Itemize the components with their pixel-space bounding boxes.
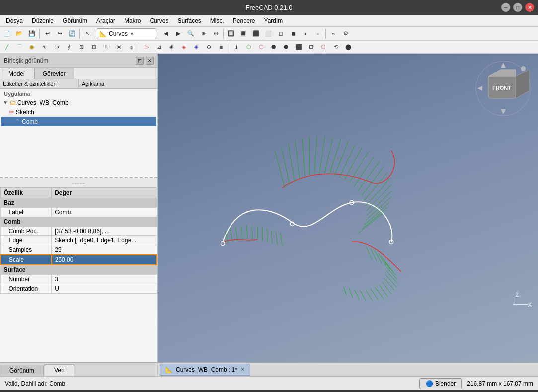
tab-gorunum[interactable]: Görünüm: [0, 365, 44, 376]
curve-tool-26[interactable]: ⬡: [317, 41, 329, 53]
view-btn-1[interactable]: 🔲: [225, 28, 237, 40]
prop-combpoints-row[interactable]: Comb Poi... [37,53 -0,00 8,86], ...: [0, 227, 157, 236]
tree-item-sketch[interactable]: ✏ Sketch: [1, 107, 156, 117]
panel-close-button[interactable]: ✕: [146, 57, 154, 65]
curve-tool-5[interactable]: ⊃: [51, 41, 63, 53]
tb-icon-3[interactable]: 🔍: [185, 28, 197, 40]
menu-makro[interactable]: Makro: [120, 15, 145, 26]
svg-line-49: [379, 285, 388, 297]
settings-button[interactable]: ⚙: [340, 28, 352, 40]
view-btn-5[interactable]: ◻: [275, 28, 287, 40]
curve-tool-8[interactable]: ⊞: [88, 41, 100, 53]
sketch-curve: [223, 202, 392, 242]
refresh-button[interactable]: 🔄: [66, 28, 78, 40]
menu-araclar[interactable]: Araçlar: [92, 15, 119, 26]
curve-tool-22[interactable]: ⬣: [268, 41, 280, 53]
tb-icon-5[interactable]: ⊗: [210, 28, 222, 40]
curve-tool-6[interactable]: ∮: [63, 41, 75, 53]
tb-icon-2[interactable]: ▶: [172, 28, 184, 40]
curve-tool-23[interactable]: ⬢: [280, 41, 292, 53]
curve-tool-17[interactable]: ⊕: [203, 41, 215, 53]
curve-tool-15[interactable]: ◈: [178, 41, 190, 53]
properties-table: Özellik Değer Baz Label Comb Comb: [0, 187, 157, 294]
prop-number-row[interactable]: Number 3: [0, 275, 157, 284]
description-btn[interactable]: Açıklama: [79, 79, 157, 88]
prop-scale-row[interactable]: Scale 250,00: [0, 255, 157, 265]
curve-tool-16[interactable]: ◈: [190, 41, 202, 53]
workbench-dropdown[interactable]: 📐 Curves ▼: [97, 28, 156, 39]
curve-tool-2[interactable]: ⌒: [13, 41, 25, 53]
tab-close-button[interactable]: ✕: [240, 366, 245, 373]
bottom-tabs: Görünüm Veri: [0, 362, 157, 376]
prop-label-row[interactable]: Label Comb: [0, 208, 157, 217]
curve-tool-9[interactable]: ≋: [100, 41, 112, 53]
tab-gorevler[interactable]: Görevler: [34, 68, 74, 79]
menu-gorunum[interactable]: Görünüm: [59, 15, 91, 26]
prop-orientation-row[interactable]: Orientation U: [0, 284, 157, 294]
tree-item-root[interactable]: ▼ 🗂 Curves_WB_Comb: [1, 98, 156, 107]
menu-pencere[interactable]: Pencere: [229, 15, 259, 26]
select-button[interactable]: ↖: [81, 28, 93, 40]
curve-tool-13[interactable]: ⊿: [153, 41, 165, 53]
view-btn-7[interactable]: ▪: [300, 28, 311, 40]
separator-5: [223, 29, 224, 39]
nav-cube[interactable]: FRONT: [473, 59, 533, 118]
close-button[interactable]: ✕: [525, 3, 534, 12]
view-btn-8[interactable]: ▫: [312, 28, 324, 40]
prop-samples-row[interactable]: Samples 25: [0, 245, 157, 255]
curve-tool-24[interactable]: ⬛: [293, 41, 305, 53]
menu-yardim[interactable]: Yardım: [260, 15, 287, 26]
new-button[interactable]: 📄: [1, 28, 13, 40]
curve-tool-25[interactable]: ⊡: [305, 41, 317, 53]
tb-icon-4[interactable]: ⊕: [197, 28, 209, 40]
prop-edge-value: Sketch [Edge0, Edge1, Edge...: [52, 236, 157, 245]
window-controls: ─ □ ✕: [501, 3, 534, 12]
save-button[interactable]: 💾: [26, 28, 38, 40]
more-button[interactable]: »: [327, 28, 339, 40]
view-btn-2[interactable]: 🔳: [237, 28, 249, 40]
undo-button[interactable]: ↩: [41, 28, 53, 40]
curve-tool-1[interactable]: ╱: [1, 41, 13, 53]
menu-surfaces[interactable]: Surfaces: [173, 15, 205, 26]
tb-icon-1[interactable]: ◀: [160, 28, 172, 40]
menu-misc[interactable]: Misc.: [206, 15, 228, 26]
blender-button[interactable]: 🔵 Blender: [419, 378, 462, 389]
minimize-button[interactable]: ─: [501, 3, 510, 12]
tree-item-comb[interactable]: ⌃ Comb: [1, 117, 156, 126]
labels-btn[interactable]: Etiketler & öznitelikleri: [0, 79, 79, 88]
curve-tool-19[interactable]: ℹ: [231, 41, 242, 53]
menu-dosya[interactable]: Dosya: [2, 15, 27, 26]
z-label: Z: [515, 292, 519, 298]
svg-line-10: [334, 142, 348, 176]
curve-tool-21[interactable]: ⬡: [255, 41, 267, 53]
curve-tool-10[interactable]: ⋈: [113, 41, 125, 53]
viewport: Z X FRONT: [158, 54, 538, 376]
prop-samples-value: 25: [52, 245, 157, 255]
tab-veri[interactable]: Veri: [45, 364, 74, 376]
maximize-button[interactable]: □: [513, 3, 522, 12]
curve-tool-12[interactable]: ▷: [141, 41, 153, 53]
view-btn-6[interactable]: ◼: [287, 28, 299, 40]
viewport-tab-main[interactable]: 📐 Curves_WB_Comb : 1* ✕: [160, 364, 250, 376]
tab-model[interactable]: Model: [0, 68, 33, 79]
curve-tool-4[interactable]: ∿: [38, 41, 50, 53]
panel-expand-button[interactable]: ⊡: [136, 57, 144, 65]
curve-tool-3[interactable]: ◉: [26, 41, 38, 53]
statusbar: Valid, Dahili adı: Comb 🔵 Blender 216,87…: [0, 376, 538, 390]
prop-edge-row[interactable]: Edge Sketch [Edge0, Edge1, Edge...: [0, 236, 157, 245]
menu-curves[interactable]: Curves: [146, 15, 172, 26]
menu-duzenle[interactable]: Düzenle: [28, 15, 58, 26]
curve-tool-11[interactable]: ⌽: [125, 41, 137, 53]
open-button[interactable]: 📂: [13, 28, 25, 40]
view-btn-4[interactable]: ⬜: [262, 28, 274, 40]
redo-button[interactable]: ↪: [54, 28, 66, 40]
curve-tool-7[interactable]: ⊠: [76, 41, 87, 53]
view-btn-3[interactable]: ⬛: [250, 28, 262, 40]
svg-marker-65: [488, 70, 516, 76]
curve-tool-18[interactable]: ≡: [215, 41, 227, 53]
curve-tool-20[interactable]: ⬡: [243, 41, 255, 53]
curve-tool-14[interactable]: ◈: [165, 41, 177, 53]
curve-tool-27[interactable]: ⟲: [330, 41, 342, 53]
tab-icon: 📐: [165, 366, 173, 373]
curve-tool-28[interactable]: ⬤: [342, 41, 354, 53]
